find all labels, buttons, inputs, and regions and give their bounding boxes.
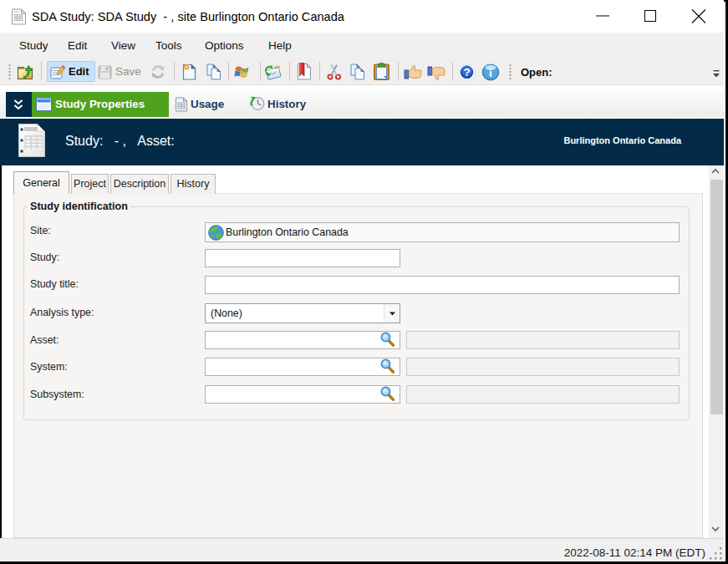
svg-text:?: ? xyxy=(463,66,470,79)
